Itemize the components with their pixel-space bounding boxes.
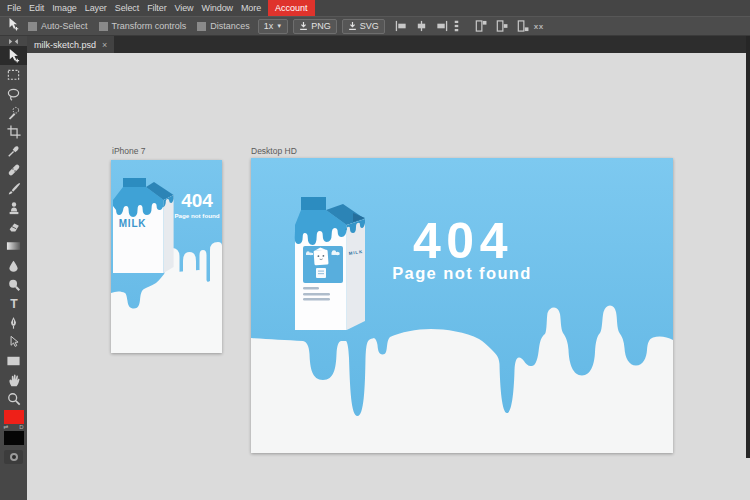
zoom-tool-icon — [7, 392, 21, 406]
eyedropper-tool-icon — [7, 144, 21, 158]
download-icon — [348, 21, 357, 31]
auto-select-option[interactable]: Auto-Select — [28, 21, 88, 31]
background-color-swatch[interactable] — [4, 431, 24, 445]
pen-tool[interactable] — [0, 313, 27, 332]
color-swatches: ⇄D — [0, 410, 27, 464]
distances-checkbox[interactable] — [197, 22, 206, 31]
transform-controls-option[interactable]: Transform controls — [99, 21, 187, 31]
milk-brand-text: MILK — [119, 218, 147, 229]
clone-stamp-tool-icon — [7, 201, 21, 215]
dodge-tool-icon — [7, 278, 21, 292]
document-tab-bar: milk-sketch.psd × — [27, 36, 750, 53]
menu-layer[interactable]: Layer — [81, 0, 111, 16]
quick-mask-button[interactable] — [4, 450, 23, 464]
more-options-glyph[interactable]: xx — [534, 22, 544, 31]
quick-selection-tool[interactable] — [0, 103, 27, 122]
move-tool[interactable] — [0, 46, 27, 65]
menu-image[interactable]: Image — [48, 0, 81, 16]
quick-selection-tool-icon — [6, 106, 21, 120]
menu-edit[interactable]: Edit — [25, 0, 48, 16]
dodge-tool[interactable] — [0, 275, 27, 294]
carton-label — [303, 246, 343, 283]
eyedropper-tool[interactable] — [0, 141, 27, 160]
align-middle-icon[interactable] — [494, 19, 509, 33]
tool-bar: T ⇄D — [0, 36, 27, 500]
tab-close-icon[interactable]: × — [102, 40, 107, 50]
current-tool-move-icon — [6, 17, 20, 35]
gradient-tool[interactable] — [0, 237, 27, 256]
move-tool-icon — [6, 48, 21, 63]
account-button[interactable]: Account — [268, 0, 315, 16]
tab-milk-sketch[interactable]: milk-sketch.psd × — [27, 36, 114, 53]
distances-option[interactable]: Distances — [197, 21, 250, 31]
menu-view[interactable]: View — [171, 0, 198, 16]
artboard-label-desktop[interactable]: Desktop HD — [251, 146, 297, 156]
canvas-area[interactable]: iPhone 7 Desktop HD — [27, 53, 750, 500]
auto-select-checkbox[interactable] — [28, 22, 37, 31]
tool-options-bar: Auto-Select Transform controls Distances… — [0, 16, 750, 36]
healing-brush-tool-icon — [7, 163, 21, 177]
zoom-tool[interactable] — [0, 390, 27, 409]
blur-tool[interactable] — [0, 256, 27, 275]
brush-tool-icon — [7, 182, 21, 196]
blur-tool-icon — [7, 259, 20, 273]
default-colors-icon[interactable]: D — [19, 424, 23, 431]
right-panel-edge — [746, 36, 750, 458]
menu-file[interactable]: File — [3, 0, 25, 16]
transform-controls-checkbox[interactable] — [99, 22, 108, 31]
milk-carton: MILK — [113, 178, 174, 273]
export-svg-button[interactable]: SVG — [342, 19, 385, 34]
menu-bar: File Edit Image Layer Select Filter View… — [0, 0, 750, 16]
artboard-iphone-7[interactable]: MILK 404 Page not found — [111, 160, 222, 353]
foreground-color-swatch[interactable] — [4, 410, 24, 424]
type-tool-icon: T — [7, 297, 21, 311]
artboard-label-iphone[interactable]: iPhone 7 — [112, 146, 146, 156]
photopea-app: File Edit Image Layer Select Filter View… — [0, 0, 750, 500]
align-top-icon[interactable] — [473, 19, 488, 33]
zoom-level-select[interactable]: 1x▼ — [258, 19, 288, 34]
marquee-tool[interactable] — [0, 65, 27, 84]
quick-mask-icon — [10, 453, 18, 461]
brush-tool[interactable] — [0, 180, 27, 199]
lasso-tool-icon — [6, 87, 21, 101]
svg-text:T: T — [10, 297, 18, 311]
menu-more[interactable]: More — [237, 0, 265, 16]
align-bottom-icon[interactable] — [515, 19, 530, 33]
align-left-icon[interactable] — [394, 19, 409, 33]
heading-404: 404 — [413, 213, 513, 269]
milk-carton: MILK — [295, 197, 365, 330]
download-icon — [299, 21, 308, 31]
menu-window[interactable]: Window — [198, 0, 237, 16]
crop-tool[interactable] — [0, 122, 27, 141]
marquee-tool-icon — [6, 68, 21, 82]
gradient-tool-icon — [6, 240, 21, 252]
hand-tool[interactable] — [0, 371, 27, 390]
clone-stamp-tool[interactable] — [0, 199, 27, 218]
lasso-tool[interactable] — [0, 84, 27, 103]
menu-filter[interactable]: Filter — [143, 0, 170, 16]
align-right-icon[interactable] — [434, 19, 449, 33]
pen-tool-icon — [7, 316, 20, 330]
rectangle-tool[interactable] — [0, 352, 27, 371]
distribute-vertical-icon[interactable] — [452, 19, 461, 33]
eraser-tool-icon — [7, 220, 21, 234]
export-png-button[interactable]: PNG — [293, 19, 337, 34]
subheading: Page not found — [392, 264, 532, 282]
artboard-desktop-hd[interactable]: MILK 404 Page not found — [251, 158, 673, 453]
hand-tool-icon — [7, 373, 21, 387]
direct-select-tool-icon — [7, 335, 20, 349]
subheading: Page not found — [174, 212, 219, 219]
healing-brush-tool[interactable] — [0, 161, 27, 180]
align-center-icon[interactable] — [414, 19, 429, 33]
eraser-tool[interactable] — [0, 218, 27, 237]
rectangle-tool-icon — [6, 355, 21, 367]
swap-colors-icon[interactable]: ⇄ — [4, 424, 9, 431]
chevron-down-icon: ▼ — [276, 23, 282, 29]
type-tool[interactable]: T — [0, 294, 27, 313]
direct-select-tool[interactable] — [0, 332, 27, 351]
crop-tool-icon — [7, 125, 21, 139]
heading-404: 404 — [181, 190, 213, 211]
collapse-panels-icon[interactable] — [0, 36, 27, 46]
menu-select[interactable]: Select — [111, 0, 143, 16]
